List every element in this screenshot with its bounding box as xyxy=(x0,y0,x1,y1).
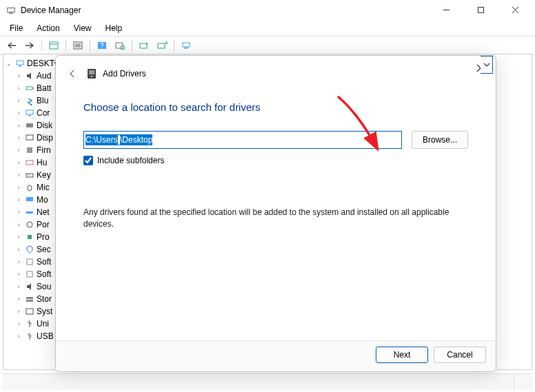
computer-icon xyxy=(24,107,35,118)
usb-icon xyxy=(24,331,35,342)
speaker-icon xyxy=(24,281,35,292)
svg-rect-17 xyxy=(158,43,165,48)
back-icon[interactable] xyxy=(65,67,79,81)
usb-icon xyxy=(24,318,35,329)
port-icon xyxy=(24,219,35,230)
titlebar: Device Manager xyxy=(0,0,535,21)
window-title: Device Manager xyxy=(21,6,436,15)
path-combobox[interactable]: C:\Users \Desktop xyxy=(83,131,402,149)
firmware-icon xyxy=(24,145,35,156)
svg-rect-28 xyxy=(26,135,33,140)
svg-text:?: ? xyxy=(100,42,104,50)
menu-view[interactable]: View xyxy=(68,22,97,34)
toolbar: ? + xyxy=(0,36,535,55)
browse-button[interactable]: Browse... xyxy=(412,131,468,149)
cancel-button[interactable]: Cancel xyxy=(434,347,486,363)
menu-help[interactable]: Help xyxy=(100,22,128,34)
add-drivers-dialog: Add Drivers Choose a location to search … xyxy=(55,55,496,372)
statusbar xyxy=(3,373,532,390)
svg-rect-26 xyxy=(28,115,31,116)
svg-rect-42 xyxy=(26,300,33,302)
svg-rect-19 xyxy=(183,43,190,47)
svg-rect-43 xyxy=(26,309,33,314)
svg-rect-0 xyxy=(8,8,15,12)
svg-rect-16 xyxy=(140,43,147,48)
path-segment-1: C:\Users xyxy=(85,135,118,145)
include-subfolders-row[interactable]: Include subfolders xyxy=(83,156,468,165)
svg-rect-25 xyxy=(26,110,33,114)
menu-file[interactable]: File xyxy=(4,22,28,34)
system-icon xyxy=(24,306,35,317)
show-hide-tree-icon[interactable] xyxy=(46,39,61,52)
mouse-icon xyxy=(24,182,35,193)
dialog-header: Add Drivers xyxy=(56,56,496,87)
update-driver-icon[interactable] xyxy=(137,39,152,52)
add-driver-icon[interactable]: + xyxy=(154,39,170,52)
security-icon xyxy=(24,244,35,255)
window-controls xyxy=(436,6,525,16)
maximize-button[interactable] xyxy=(470,6,491,16)
svg-rect-1 xyxy=(9,13,12,14)
dialog-title: Add Drivers xyxy=(103,69,146,79)
close-icon[interactable] xyxy=(475,63,486,74)
hid-icon xyxy=(24,157,35,168)
storage-icon xyxy=(24,293,35,305)
software-icon xyxy=(24,256,35,267)
display-icon xyxy=(24,132,35,143)
svg-rect-38 xyxy=(28,235,32,239)
device-manager-icon xyxy=(6,5,17,16)
scan-icon[interactable] xyxy=(112,39,128,52)
svg-rect-36 xyxy=(26,212,33,214)
network-icon xyxy=(24,207,35,218)
svg-rect-29 xyxy=(27,147,32,153)
software-icon xyxy=(24,269,35,280)
monitor-icon xyxy=(24,194,35,205)
svg-point-34 xyxy=(28,185,32,191)
menu-action[interactable]: Action xyxy=(31,22,65,34)
svg-point-46 xyxy=(91,76,92,77)
svg-rect-45 xyxy=(89,70,94,74)
svg-rect-6 xyxy=(50,42,58,49)
svg-text:+: + xyxy=(165,41,168,47)
nav-back-icon[interactable] xyxy=(4,39,19,52)
help-icon[interactable]: ? xyxy=(94,39,110,52)
info-text: Any drivers found at the specified locat… xyxy=(83,207,468,230)
svg-point-37 xyxy=(27,222,32,227)
dialog-body: Choose a location to search for drivers … xyxy=(56,87,496,340)
cpu-icon xyxy=(24,231,35,243)
computer-icon xyxy=(14,58,26,69)
speaker-icon xyxy=(24,70,35,81)
svg-rect-3 xyxy=(478,7,483,12)
svg-rect-41 xyxy=(26,297,33,299)
svg-rect-39 xyxy=(27,259,32,265)
svg-rect-30 xyxy=(26,161,33,165)
dialog-heading: Choose a location to search for drivers xyxy=(83,101,468,113)
svg-rect-22 xyxy=(19,65,21,67)
svg-rect-23 xyxy=(26,87,32,90)
next-button[interactable]: Next xyxy=(376,347,428,363)
svg-rect-24 xyxy=(32,87,34,89)
devices-printers-icon[interactable] xyxy=(179,39,194,52)
properties-icon[interactable] xyxy=(70,39,85,52)
keyboard-icon xyxy=(24,169,35,180)
dialog-footer: Next Cancel xyxy=(56,340,496,371)
include-subfolders-checkbox[interactable] xyxy=(83,156,93,165)
disk-icon xyxy=(24,120,35,131)
svg-rect-21 xyxy=(17,61,23,65)
path-segment-2: \Desktop xyxy=(120,135,152,145)
include-subfolders-label: Include subfolders xyxy=(97,156,164,165)
svg-rect-27 xyxy=(26,123,33,127)
menubar: File Action View Help xyxy=(0,21,535,36)
svg-rect-35 xyxy=(26,197,33,201)
bluetooth-icon xyxy=(24,95,35,106)
svg-rect-20 xyxy=(184,48,188,49)
minimize-button[interactable] xyxy=(436,6,456,16)
driver-disk-icon xyxy=(86,68,97,79)
nav-forward-icon[interactable] xyxy=(22,39,37,52)
battery-icon xyxy=(24,83,35,94)
svg-rect-40 xyxy=(27,271,32,277)
close-button[interactable] xyxy=(505,6,525,16)
